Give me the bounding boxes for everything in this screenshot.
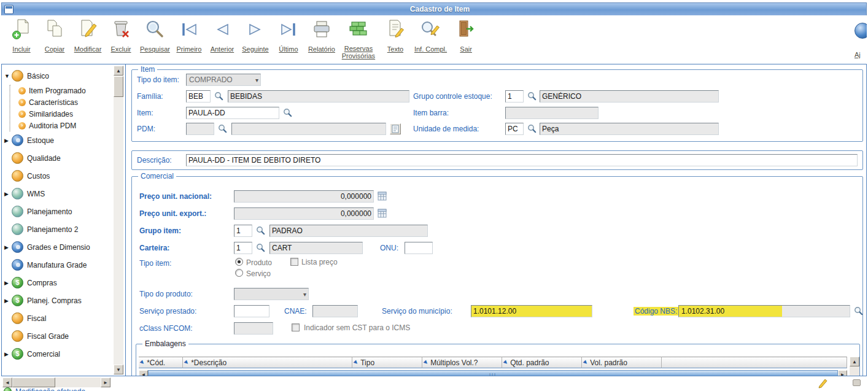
tree-scroll-thumb[interactable] <box>114 76 123 97</box>
sidebar-item-comercial[interactable]: Comercial <box>2 345 112 363</box>
item-code-input[interactable] <box>186 107 279 119</box>
table-scroll-up-icon[interactable] <box>850 357 859 366</box>
table-horizontal-scrollbar[interactable] <box>139 370 847 376</box>
grupo-controle-code-input[interactable] <box>505 90 524 103</box>
toolbar-label: Inf. Compl. <box>414 45 447 53</box>
toolbar-sair-button[interactable]: Sair <box>449 18 482 54</box>
expander-closed-icon[interactable] <box>4 351 12 357</box>
comercial-groupbox: Comercial Preço unit. nacional: Preço un… <box>131 176 863 376</box>
toolbar-ajuda-button[interactable]: Aj <box>854 23 867 62</box>
preco-export-calculator-icon[interactable] <box>378 209 387 219</box>
window-icon[interactable] <box>4 5 14 14</box>
sidebar-item-custos[interactable]: Custos <box>2 167 112 185</box>
titlebar[interactable]: Cadastro de Item <box>1 2 867 15</box>
toolbar-incluir-button[interactable]: Incluir <box>5 18 38 54</box>
expander-closed-icon[interactable] <box>4 298 12 304</box>
servico-radio[interactable] <box>235 269 243 277</box>
onu-input[interactable] <box>405 242 433 254</box>
expander-closed-icon[interactable] <box>4 137 12 144</box>
familia-lookup-icon[interactable] <box>214 91 223 101</box>
servico-municipio-input[interactable] <box>471 305 592 317</box>
sidebar-item-auditoria-pdm[interactable]: Auditoria PDM <box>10 120 125 131</box>
toolbar-inf-compl-button[interactable]: Inf. Compl. <box>412 18 449 54</box>
indicador-cst-checkbox[interactable] <box>292 323 300 331</box>
carteira-code-input[interactable] <box>234 242 252 254</box>
tipo-produto-select[interactable] <box>234 288 309 300</box>
expander-closed-icon[interactable] <box>4 280 12 286</box>
produto-radio[interactable] <box>235 258 243 266</box>
sidebar-item-caracteristicas[interactable]: Características <box>10 96 125 108</box>
sidebar-item-fiscal-grade[interactable]: Fiscal Grade <box>2 327 112 345</box>
familia-desc-field <box>228 90 409 103</box>
toolbar-seguinte-button[interactable]: Seguinte <box>239 18 272 54</box>
grupo-item-lookup-icon[interactable] <box>256 226 265 235</box>
grupo-controle-desc-field <box>540 90 719 103</box>
toolbar-texto-button[interactable]: Texto <box>379 18 412 54</box>
sidebar-item-planejamento-2[interactable]: Planejamento 2 <box>2 220 112 238</box>
sidebar-item-basico[interactable]: Básico <box>2 67 112 85</box>
toolbar-copiar-button[interactable]: Copiar <box>38 18 71 54</box>
grupo-controle-lookup-icon[interactable] <box>527 91 537 101</box>
servico-prestado-input[interactable] <box>234 305 269 317</box>
sidebar-item-similaridades[interactable]: Similaridades <box>10 108 125 120</box>
column-header-multiplos-vol[interactable]: Múltiplos Vol.? <box>422 357 502 368</box>
toolbar-ultimo-button[interactable]: Último <box>272 18 305 54</box>
column-header-tipo[interactable]: Tipo <box>352 357 422 368</box>
expander-closed-icon[interactable] <box>4 244 12 250</box>
sidebar-item-manufatura-grade[interactable]: Manufatura Grade <box>2 256 112 274</box>
column-header-label: Vol. padrão <box>590 358 627 367</box>
sidebar-item-planej-compras[interactable]: Planej. Compras <box>2 292 112 309</box>
toolbar-anterior-button[interactable]: Anterior <box>206 18 239 54</box>
tree-vertical-scrollbar[interactable] <box>114 66 123 374</box>
table-scroll-left-icon[interactable] <box>139 370 148 376</box>
resize-grip[interactable] <box>853 379 861 386</box>
sidebar-item-planejamento[interactable]: Planejamento <box>2 203 112 220</box>
carteira-lookup-icon[interactable] <box>256 243 265 252</box>
expander-open-icon[interactable] <box>4 73 12 79</box>
cclass-nfcom-field[interactable] <box>234 322 273 335</box>
descricao-input[interactable] <box>186 154 858 166</box>
column-header-descricao[interactable]: *Descrição <box>183 357 352 368</box>
codigo-nbs-field[interactable]: 1.0102.31.00 <box>678 305 850 317</box>
table-scroll-thumb[interactable] <box>148 370 838 376</box>
grupo-item-code-input[interactable] <box>234 225 252 237</box>
sidebar-item-grades-e-dimensio[interactable]: Grades e Dimensio <box>2 238 112 256</box>
unidade-lookup-icon[interactable] <box>527 124 537 133</box>
toolbar-label: Incluir <box>12 45 30 53</box>
scroll-up-icon[interactable] <box>114 66 123 75</box>
preco-nacional-calculator-icon[interactable] <box>378 192 387 201</box>
table-vertical-scrollbar[interactable] <box>850 357 859 376</box>
bullet-icon <box>18 87 26 95</box>
toolbar-modificar-button[interactable]: Modificar <box>71 18 104 54</box>
column-header-cod[interactable]: *Cód. <box>139 357 183 368</box>
sidebar-item-qualidade[interactable]: Qualidade <box>2 149 112 167</box>
sidebar-item-fiscal[interactable]: Fiscal <box>2 309 112 327</box>
column-header-vol-padrao[interactable]: Vol. padrão <box>582 357 662 368</box>
unidade-code-input[interactable] <box>505 123 524 135</box>
toolbar-pesquisar-button[interactable]: Pesquisar <box>138 18 172 54</box>
pdm-detail-button[interactable] <box>390 123 401 134</box>
preco-export-field[interactable] <box>234 207 374 220</box>
tipo-do-item-select[interactable]: COMPRADO <box>186 74 261 86</box>
toolbar-excluir-button[interactable]: Excluir <box>104 18 138 54</box>
familia-code-input[interactable] <box>186 90 211 103</box>
toolbar-primeiro-button[interactable]: Primeiro <box>172 18 206 54</box>
toolbar-relatorio-button[interactable]: Relatório <box>305 18 338 54</box>
sidebar-item-compras[interactable]: Compras <box>2 274 112 292</box>
column-header-qtd-padrao[interactable]: Qtd. padrão <box>502 357 582 368</box>
sidebar-item-estoque[interactable]: Estoque <box>2 131 112 149</box>
lista-preco-checkbox[interactable] <box>290 258 298 266</box>
toolbar-reservas-button[interactable]: Reservas Provisórias <box>338 18 379 61</box>
sidebar-item-item-programado[interactable]: Item Programado <box>10 85 125 96</box>
pdm-lookup-icon[interactable] <box>218 124 227 133</box>
sidebar-item-wms[interactable]: WMS <box>2 185 112 203</box>
item-lookup-icon[interactable] <box>283 108 292 117</box>
codigo-nbs-lookup-icon[interactable] <box>854 306 863 316</box>
preco-nacional-field[interactable] <box>234 190 374 203</box>
preco-export-label: Preço unit. export.: <box>139 209 206 218</box>
qualidade-icon <box>12 152 23 164</box>
expander-closed-icon[interactable] <box>4 191 12 197</box>
sidebar-item-label: Fiscal <box>27 314 46 323</box>
table-scroll-right-icon[interactable] <box>838 370 847 376</box>
scroll-down-icon[interactable] <box>114 365 123 374</box>
